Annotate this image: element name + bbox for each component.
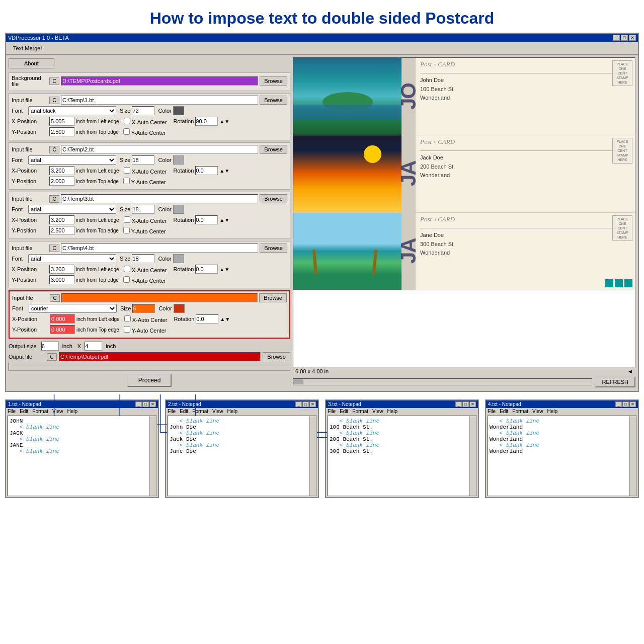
np3-scrollbar[interactable] [469,416,476,496]
proceed-button[interactable]: Proceed [127,374,172,387]
np4-minimize[interactable]: _ [615,401,622,407]
ypos-2-input[interactable] [49,177,74,186]
input-3-path[interactable] [61,194,258,203]
xauto-4-check[interactable] [124,266,130,272]
input-4-path[interactable] [61,244,258,253]
text-merger-tab[interactable]: Text Merger [9,44,47,53]
input-5-path[interactable] [61,293,258,302]
font-2-select[interactable]: arial [28,155,116,165]
rot-3-spinner[interactable]: ▲▼ [219,217,229,223]
output-browse-btn[interactable]: Browse [263,352,290,361]
input-1-path[interactable] [61,96,258,105]
color-4-box[interactable] [173,254,184,263]
size-5-input[interactable] [132,304,155,313]
ypos-3-input[interactable] [49,226,74,235]
yauto-5-check[interactable] [124,326,130,333]
xpos-5-input[interactable] [50,314,75,324]
np3-edit[interactable]: Edit [340,409,348,414]
font-3-select[interactable]: arial [28,205,116,214]
np4-edit[interactable]: Edit [500,409,508,414]
rot-5-input[interactable] [196,314,218,324]
xauto-2-check[interactable] [124,167,130,174]
np4-close[interactable]: ✕ [629,401,636,407]
yauto-4-check[interactable] [123,276,130,283]
rot-5-spinner[interactable]: ▲▼ [220,316,230,322]
font-5-select[interactable]: courier [29,304,117,313]
preview-nav[interactable]: ◄ [627,368,633,374]
np1-help[interactable]: Help [67,409,78,414]
input-2-browse[interactable]: Browse [260,145,287,154]
output-file-input[interactable] [59,352,261,361]
background-file-input[interactable] [61,76,258,86]
np1-format[interactable]: Format [32,409,48,414]
np1-view[interactable]: View [52,409,63,414]
color-3-box[interactable] [173,205,184,214]
np3-maximize[interactable]: □ [462,401,469,407]
yauto-1-check[interactable] [123,128,130,135]
np1-file[interactable]: File [8,409,16,414]
np2-edit[interactable]: Edit [180,409,188,414]
ypos-5-input[interactable] [50,325,75,334]
xpos-3-input[interactable] [49,215,74,224]
np3-minimize[interactable]: _ [455,401,462,407]
yauto-2-check[interactable] [123,178,130,184]
color-5-box[interactable] [174,304,185,313]
np4-format[interactable]: Format [512,409,528,414]
np1-close[interactable]: ✕ [149,401,156,407]
np2-view[interactable]: View [212,409,223,414]
rot-3-input[interactable] [195,215,218,224]
bg-browse-btn[interactable]: Browse [260,76,287,86]
np2-close[interactable]: ✕ [309,401,316,407]
xauto-1-check[interactable] [124,118,130,124]
input-4-browse[interactable]: Browse [260,244,287,253]
np1-minimize[interactable]: _ [135,401,142,407]
maximize-btn[interactable]: □ [621,35,628,41]
rot-2-spinner[interactable]: ▲▼ [219,168,229,174]
np3-view[interactable]: View [372,409,383,414]
xauto-3-check[interactable] [124,216,130,223]
ypos-4-input[interactable] [49,275,74,284]
ypos-1-input[interactable] [49,127,74,136]
np4-file[interactable]: File [488,409,496,414]
rot-4-spinner[interactable]: ▲▼ [219,267,229,272]
rot-4-input[interactable] [195,265,218,274]
np2-maximize[interactable]: □ [302,401,309,407]
size-4-input[interactable] [132,254,154,263]
xpos-1-input[interactable] [49,117,74,126]
close-btn[interactable]: ✕ [629,35,636,41]
np4-help[interactable]: Help [547,409,558,414]
rot-1-input[interactable] [195,117,218,126]
np1-edit[interactable]: Edit [20,409,28,414]
minimize-btn[interactable]: _ [613,35,620,41]
output-width-input[interactable] [41,342,59,351]
np1-maximize[interactable]: □ [142,401,149,407]
np2-scrollbar[interactable] [309,416,316,496]
yauto-3-check[interactable] [123,227,130,233]
np2-file[interactable]: File [168,409,176,414]
xpos-2-input[interactable] [49,166,74,175]
size-2-input[interactable] [132,155,154,165]
xpos-4-input[interactable] [49,265,74,274]
rot-1-spinner[interactable]: ▲▼ [219,119,229,124]
np4-scrollbar[interactable] [629,416,636,496]
np4-maximize[interactable]: □ [622,401,629,407]
input-1-browse[interactable]: Browse [260,96,287,105]
output-height-input[interactable] [85,342,102,351]
font-1-select[interactable]: arial black [28,106,116,115]
color-2-box[interactable] [173,155,184,165]
input-3-browse[interactable]: Browse [260,194,287,203]
np3-help[interactable]: Help [387,409,398,414]
refresh-button[interactable]: REFRESH [595,376,635,387]
xauto-5-check[interactable] [124,315,131,322]
np2-help[interactable]: Help [227,409,238,414]
color-1-box[interactable] [173,106,184,115]
h-scrollbar[interactable] [293,378,592,385]
np3-format[interactable]: Format [352,409,368,414]
np4-view[interactable]: View [532,409,543,414]
size-1-input[interactable] [132,106,154,115]
np2-format[interactable]: Format [192,409,208,414]
np1-scrollbar[interactable] [149,416,156,496]
input-2-path[interactable] [61,145,258,154]
about-button[interactable]: About [9,58,54,68]
np3-close[interactable]: ✕ [469,401,476,407]
